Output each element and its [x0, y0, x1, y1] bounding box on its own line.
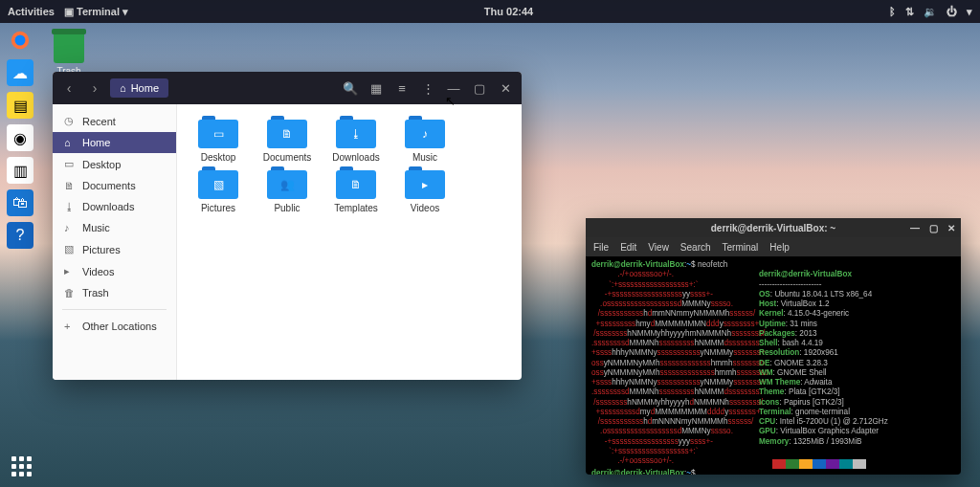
term-menu-search[interactable]: Search [680, 242, 711, 253]
folder-desktop[interactable]: ▭Desktop [189, 116, 248, 163]
nav-back-button[interactable]: ‹ [58, 77, 79, 99]
system-monitor-icon[interactable]: ▤ [7, 92, 33, 119]
minimize-button[interactable]: — [443, 77, 464, 99]
files-sidebar: ◷Recent⌂Home▭Desktop🗎Documents⭳Downloads… [53, 104, 177, 380]
folder-icon: 🗎 [267, 116, 307, 148]
terminal-menubar: FileEditViewSearchTerminalHelp [586, 237, 961, 256]
folder-label: Documents [257, 152, 317, 163]
sidebar-item-label: Videos [82, 266, 114, 277]
files-headerbar: ‹ › ⌂ Home 🔍 ▦ ≡ ⋮ — ▢ ✕ [53, 72, 522, 104]
files-content[interactable]: ▭Desktop🗎Documents⭳Downloads♪Music▧Pictu… [177, 104, 522, 380]
network-icon[interactable]: ⇅ [905, 6, 914, 18]
sidebar-item-recent[interactable]: ◷Recent [53, 110, 176, 132]
sidebar-item-documents[interactable]: 🗎Documents [53, 175, 176, 196]
folder-label: Pictures [189, 203, 248, 213]
software-icon[interactable]: 🛍 [7, 189, 33, 216]
path-label: Home [131, 82, 159, 94]
terminal-body[interactable]: derrik@derrik-VirtualBox:~$ neofetch .-/… [586, 256, 961, 475]
folder-label: Music [395, 152, 455, 163]
top-bar: Activities ▣ Terminal ▾ Thu 02:44 ᛒ ⇅ 🔉 … [0, 0, 980, 23]
videos-icon: ▸ [64, 265, 76, 277]
close-button[interactable]: ✕ [495, 77, 516, 99]
folder-icon: 👥 [267, 166, 307, 199]
nav-forward-button[interactable]: › [84, 77, 105, 99]
volume-icon[interactable]: 🔉 [924, 6, 937, 18]
folder-label: Desktop [189, 152, 248, 163]
system-menu-caret[interactable]: ▾ [967, 6, 972, 18]
trash-icon: 🗑 [64, 287, 76, 299]
app-menu-label: Terminal ▾ [77, 6, 128, 17]
maximize-button[interactable]: ▢ [469, 77, 490, 99]
sidebar-item-downloads[interactable]: ⭳Downloads [53, 196, 176, 217]
sidebar-item-music[interactable]: ♪Music [53, 217, 176, 238]
folder-pictures[interactable]: ▧Pictures [189, 166, 248, 213]
bluetooth-icon[interactable]: ᛒ [889, 6, 896, 17]
term-menu-terminal[interactable]: Terminal [723, 242, 759, 253]
folder-label: Public [257, 203, 317, 213]
sidebar-item-videos[interactable]: ▸Videos [53, 260, 176, 282]
folder-icon: ♪ [405, 116, 445, 148]
sidebar-item-label: Desktop [82, 159, 121, 170]
term-menu-view[interactable]: View [648, 242, 669, 253]
term-menu-file[interactable]: File [593, 242, 609, 253]
desktop-icon: ▭ [64, 158, 76, 170]
folder-label: Videos [395, 203, 455, 213]
folder-label: Templates [326, 203, 386, 213]
sidebar-item-label: Trash [82, 287, 109, 299]
documents-icon: 🗎 [64, 180, 76, 191]
sidebar-item-label: Downloads [82, 201, 134, 212]
power-icon[interactable]: ⏻ [947, 6, 957, 17]
folder-icon: 🗎 [336, 166, 376, 199]
sidebar-item-trash[interactable]: 🗑Trash [53, 282, 176, 303]
folder-templates[interactable]: 🗎Templates [326, 166, 386, 213]
sidebar-item-desktop[interactable]: ▭Desktop [53, 153, 176, 175]
sidebar-item-label: Other Locations [82, 321, 157, 332]
terminal-titlebar: derrik@derrik-VirtualBox: ~ — ▢ ✕ [586, 218, 961, 237]
folder-music[interactable]: ♪Music [395, 116, 455, 163]
help-icon[interactable]: ? [7, 222, 33, 249]
term-maximize-button[interactable]: ▢ [929, 223, 938, 233]
show-applications-button[interactable] [8, 453, 34, 479]
sidebar-other-locations[interactable]: +Other Locations [53, 316, 176, 337]
music-icon: ♪ [64, 222, 76, 233]
weather-icon[interactable]: ☁ [7, 59, 33, 86]
trash-desktop-icon[interactable]: Trash [54, 29, 84, 77]
folder-videos[interactable]: ▸Videos [395, 166, 455, 213]
trash-icon [54, 29, 84, 63]
firefox-icon[interactable] [7, 27, 33, 54]
term-close-button[interactable]: ✕ [947, 223, 955, 233]
terminal-title: derrik@derrik-VirtualBox: ~ [711, 223, 835, 233]
folder-public[interactable]: 👥Public [257, 166, 317, 213]
view-menu-icon[interactable]: ≡ [391, 77, 412, 99]
recent-icon: ◷ [64, 115, 76, 127]
rhythmbox-icon[interactable]: ◉ [7, 124, 33, 151]
term-menu-help[interactable]: Help [769, 242, 790, 253]
sidebar-item-label: Music [82, 222, 110, 233]
folder-downloads[interactable]: ⭳Downloads [326, 116, 386, 163]
view-grid-icon[interactable]: ▦ [366, 77, 387, 99]
term-minimize-button[interactable]: — [910, 223, 920, 233]
files-window: ‹ › ⌂ Home 🔍 ▦ ≡ ⋮ — ▢ ✕ ◷Recent⌂Home▭De… [53, 72, 522, 380]
sidebar-item-label: Recent [82, 116, 116, 127]
sidebar-item-pictures[interactable]: ▧Pictures [53, 238, 176, 260]
sidebar-item-label: Pictures [82, 244, 121, 255]
folder-icon: ▧ [198, 166, 238, 199]
dock: ☁ ▤ ◉ ▥ 🛍 ? [0, 23, 40, 249]
libreoffice-icon[interactable]: ▥ [7, 157, 33, 184]
search-icon[interactable]: 🔍 [340, 77, 361, 99]
app-menu[interactable]: ▣ Terminal ▾ [64, 6, 128, 18]
activities-button[interactable]: Activities [8, 6, 55, 17]
path-bar[interactable]: ⌂ Home [110, 78, 168, 98]
hamburger-icon[interactable]: ⋮ [417, 77, 438, 99]
terminal-window: derrik@derrik-VirtualBox: ~ — ▢ ✕ FileEd… [586, 218, 961, 475]
folder-icon: ▭ [198, 116, 238, 148]
sidebar-item-home[interactable]: ⌂Home [53, 132, 176, 153]
sidebar-item-label: Documents [82, 180, 136, 191]
svg-point-1 [15, 35, 26, 46]
folder-label: Downloads [326, 152, 386, 163]
folder-documents[interactable]: 🗎Documents [257, 116, 317, 163]
clock[interactable]: Thu 02:44 [484, 6, 533, 17]
downloads-icon: ⭳ [64, 201, 76, 212]
folder-icon: ▸ [405, 166, 445, 199]
term-menu-edit[interactable]: Edit [620, 242, 636, 253]
